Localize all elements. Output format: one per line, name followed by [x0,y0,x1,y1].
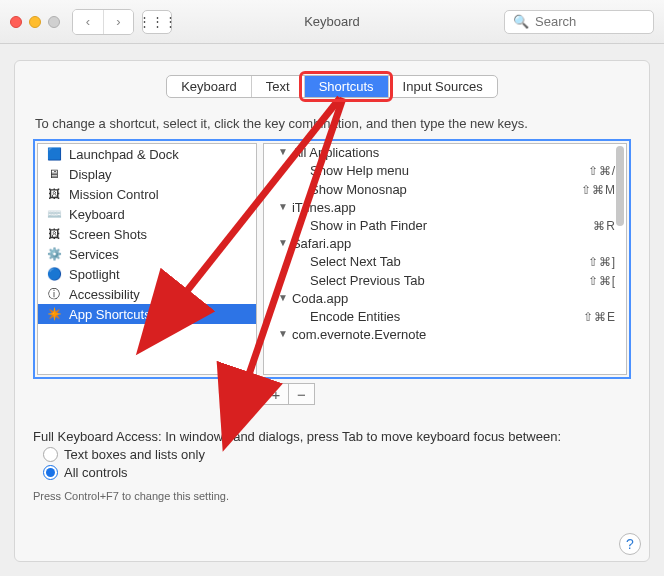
radio-button[interactable] [43,465,58,480]
chevron-right-icon: › [116,14,120,29]
shortcut-keys[interactable]: ⇧⌘] [588,255,616,269]
shortcut-item[interactable]: Encode Entities⇧⌘E [264,307,626,326]
screenshots-icon: 🖼 [46,226,62,242]
shortcut-label: Show Help menu [310,163,409,178]
group-name: All Applications [292,145,379,160]
scroll-thumb[interactable] [616,146,624,226]
category-screen-shots[interactable]: 🖼Screen Shots [38,224,256,244]
fka-option[interactable]: All controls [43,465,631,480]
search-input[interactable] [535,14,645,29]
chevron-left-icon: ‹ [86,14,90,29]
shortcut-item[interactable]: Select Next Tab⇧⌘] [264,252,626,271]
display-icon: 🖥 [46,166,62,182]
fka-label: Full Keyboard Access: In windows and dia… [33,429,631,444]
minus-icon: − [297,386,306,403]
add-button[interactable]: + [263,383,289,405]
shortcut-keys[interactable]: ⇧⌘/ [588,164,616,178]
shortcut-item[interactable]: Select Previous Tab⇧⌘[ [264,271,626,290]
category-app-shortcuts[interactable]: ✴️App Shortcuts [38,304,256,324]
shortcut-label: Select Next Tab [310,254,401,269]
disclosure-triangle-icon[interactable]: ▼ [278,292,288,303]
instruction-text: To change a shortcut, select it, click t… [35,116,631,131]
scrollbar[interactable] [616,146,624,372]
category-label: Mission Control [69,187,159,202]
radio-button[interactable] [43,447,58,462]
tab-inputsources[interactable]: Input Sources [388,76,497,97]
group-name: com.evernote.Evernote [292,327,426,342]
category-list[interactable]: 🟦Launchpad & Dock🖥Display🖼Mission Contro… [37,143,257,375]
shortcut-group[interactable]: ▼iTunes.app [264,199,626,216]
full-keyboard-access: Full Keyboard Access: In windows and dia… [33,429,631,502]
category-keyboard[interactable]: ⌨️Keyboard [38,204,256,224]
disclosure-triangle-icon[interactable]: ▼ [278,146,288,157]
group-name: Safari.app [292,236,351,251]
content-pane: KeyboardTextShortcutsInput Sources To ch… [14,60,650,562]
shortcut-label: Select Previous Tab [310,273,425,288]
category-label: Accessibility [69,287,140,302]
accessibility-icon: ⓘ [46,286,62,302]
shortcut-item[interactable]: Show in Path Finder⌘R [264,216,626,235]
shortcut-keys[interactable]: ⇧⌘M [581,183,616,197]
radio-label: All controls [64,465,128,480]
back-button[interactable]: ‹ [73,10,103,34]
disclosure-triangle-icon[interactable]: ▼ [278,201,288,212]
category-label: App Shortcuts [69,307,151,322]
forward-button[interactable]: › [103,10,133,34]
tab-shortcuts[interactable]: Shortcuts [304,76,388,97]
window-controls [10,16,60,28]
shortcut-group[interactable]: ▼Safari.app [264,235,626,252]
shortcut-list[interactable]: ▼All ApplicationsShow Help menu⇧⌘/Show M… [263,143,627,375]
keyboard-icon: ⌨️ [46,206,62,222]
category-display[interactable]: 🖥Display [38,164,256,184]
category-spotlight[interactable]: 🔵Spotlight [38,264,256,284]
disclosure-triangle-icon[interactable]: ▼ [278,237,288,248]
shortcut-item[interactable]: Show Monosnap⇧⌘M [264,180,626,199]
shortcut-group[interactable]: ▼All Applications [264,144,626,161]
shortcut-item[interactable]: Show Help menu⇧⌘/ [264,161,626,180]
services-icon: ⚙️ [46,246,62,262]
shortcut-label: Encode Entities [310,309,400,324]
remove-button[interactable]: − [289,383,315,405]
add-remove-buttons: + − [263,383,631,405]
category-accessibility[interactable]: ⓘAccessibility [38,284,256,304]
category-label: Display [69,167,112,182]
category-label: Screen Shots [69,227,147,242]
fka-option[interactable]: Text boxes and lists only [43,447,631,462]
shortcut-keys[interactable]: ⌘R [593,219,616,233]
tab-keyboard[interactable]: Keyboard [167,76,251,97]
tab-text[interactable]: Text [251,76,304,97]
shortcut-group[interactable]: ▼Coda.app [264,290,626,307]
category-label: Spotlight [69,267,120,282]
group-name: iTunes.app [292,200,356,215]
zoom-window[interactable] [48,16,60,28]
titlebar: ‹ › ⋮⋮⋮ Keyboard 🔍 [0,0,664,44]
radio-label: Text boxes and lists only [64,447,205,462]
disclosure-triangle-icon[interactable]: ▼ [278,328,288,339]
close-window[interactable] [10,16,22,28]
category-label: Launchpad & Dock [69,147,179,162]
app-shortcuts-icon: ✴️ [46,306,62,322]
tabs: KeyboardTextShortcutsInput Sources [33,75,631,98]
help-icon: ? [626,536,634,552]
help-button[interactable]: ? [619,533,641,555]
category-label: Keyboard [69,207,125,222]
category-launchpad-dock[interactable]: 🟦Launchpad & Dock [38,144,256,164]
show-all-button[interactable]: ⋮⋮⋮ [142,10,172,34]
group-name: Coda.app [292,291,348,306]
shortcut-label: Show in Path Finder [310,218,427,233]
category-label: Services [69,247,119,262]
shortcuts-split: 🟦Launchpad & Dock🖥Display🖼Mission Contro… [33,139,631,379]
shortcut-keys[interactable]: ⇧⌘[ [588,274,616,288]
shortcut-keys[interactable]: ⇧⌘E [583,310,616,324]
category-mission-control[interactable]: 🖼Mission Control [38,184,256,204]
fka-hint: Press Control+F7 to change this setting. [33,490,631,502]
shortcut-group[interactable]: ▼com.evernote.Evernote [264,326,626,343]
mission-control-icon: 🖼 [46,186,62,202]
category-services[interactable]: ⚙️Services [38,244,256,264]
spotlight-icon: 🔵 [46,266,62,282]
grid-icon: ⋮⋮⋮ [138,14,177,29]
nav-buttons: ‹ › [72,9,134,35]
search-field[interactable]: 🔍 [504,10,654,34]
plus-icon: + [272,386,281,403]
minimize-window[interactable] [29,16,41,28]
